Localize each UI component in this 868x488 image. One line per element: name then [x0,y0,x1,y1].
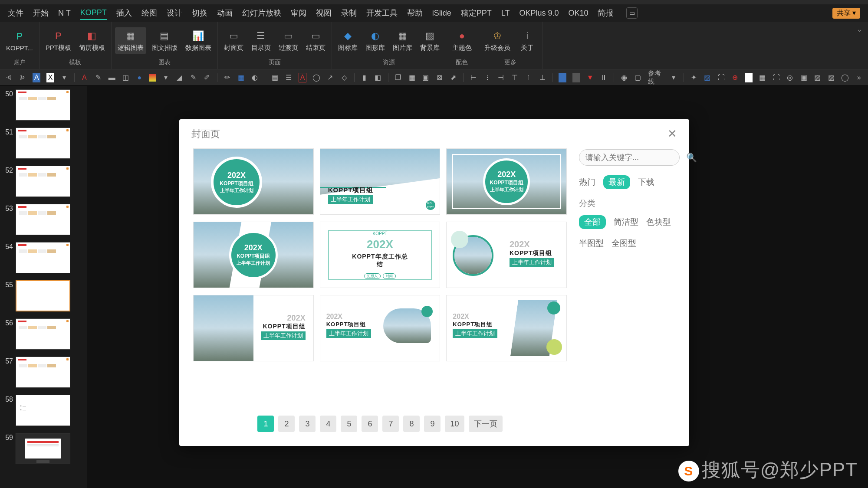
thumbnail-slide[interactable] [16,433,70,464]
align-r-icon[interactable]: ⊣ [497,73,505,82]
guideline-label[interactable]: 参考线 [648,69,664,86]
menu-lt[interactable]: LT [501,7,510,20]
fullscreen-icon[interactable]: ⛶ [773,73,780,82]
thumbnail-item[interactable]: 52 [4,166,82,197]
menu-islide[interactable]: iSlide [432,7,451,20]
menu-record[interactable]: 录制 [341,6,357,20]
help-icon[interactable]: ▭ [626,7,638,19]
template-card[interactable]: 202XKOPPT项目组上半年工作计划 [446,222,567,288]
template-card[interactable]: 202XKOPPT项目组上半年工作计划 [193,295,314,361]
chart-icon[interactable]: ▦ [237,73,245,82]
overflow-icon[interactable]: » [855,73,863,82]
menu-ok10[interactable]: OK10 [568,7,588,20]
pic-icon[interactable]: ▨ [704,73,711,82]
page-9[interactable]: 9 [424,416,441,432]
thumbnail-item[interactable]: 55 [4,280,82,311]
sort-new[interactable]: 最新 [603,175,630,189]
menu-view[interactable]: 视图 [316,6,332,20]
menu-gaoding[interactable]: 稿定PPT [461,6,492,20]
frame-icon[interactable]: ▣ [800,73,808,82]
crop-icon[interactable]: ◫ [122,73,130,82]
down-arrow-icon[interactable]: ▼ [586,73,594,82]
menu-animation[interactable]: 动画 [217,6,233,20]
page-6[interactable]: 6 [362,416,378,432]
thumbnail-item[interactable]: 50 [4,89,82,121]
thumbnail-slide[interactable] [16,280,70,311]
thumbnail-slide[interactable] [16,242,70,273]
menu-devtools[interactable]: 开发工具 [366,6,398,20]
polygon-icon[interactable]: ◇ [340,73,348,82]
eyedropper-icon[interactable]: ✎ [94,73,102,82]
refresh-icon[interactable]: ◯ [841,73,849,82]
menu-okplus[interactable]: OKPlus 9.0 [519,7,559,20]
delete-icon[interactable]: ⊠ [436,73,444,82]
thumbnail-item[interactable]: 57 [4,357,82,388]
grid-icon[interactable]: ▦ [759,73,766,82]
template-card[interactable]: 202XKOPPT项目组上半年工作计划 [446,148,567,215]
ribbon-简历模板[interactable]: ◧简历模板 [76,27,108,54]
thumbnail-slide[interactable] [16,318,70,350]
page-7[interactable]: 7 [382,416,399,432]
thumbnail-slide[interactable] [16,204,70,235]
record-icon[interactable]: ◉ [620,73,628,82]
ribbon-PPT模板[interactable]: PPPT模板 [43,27,74,54]
ribbon-过渡页[interactable]: ▭过渡页 [276,27,301,54]
ribbon-封面页[interactable]: ▭封面页 [221,27,246,54]
thumbnail-item[interactable]: 53 [4,204,82,235]
highlight-icon[interactable]: ▬ [108,73,116,82]
thumbnail-item[interactable]: 58▪ —▪ — [4,395,82,426]
page-10[interactable]: 10 [445,416,464,432]
menu-draw[interactable]: 绘图 [141,6,157,20]
align-l-icon[interactable]: ⊢ [470,73,477,82]
expand-icon[interactable]: ⛶ [717,73,725,82]
thumbnail-slide[interactable] [16,128,70,159]
ribbon-背景库[interactable]: ▨背景库 [418,27,442,54]
target-icon[interactable]: ◎ [786,73,794,82]
group-icon[interactable]: ◧ [374,73,382,82]
align-center-icon[interactable]: ⫸ [19,73,27,82]
brush-icon[interactable]: ◢ [175,73,183,82]
align-t-icon[interactable]: ⊤ [511,73,519,82]
menu-koppt[interactable]: KOPPT [80,7,107,20]
shape-circle-icon[interactable]: ◯ [312,73,320,82]
cat-full[interactable]: 全图型 [612,238,636,249]
ribbon-图文排版[interactable]: ▤图文排版 [149,27,180,54]
fill2-icon[interactable] [572,73,580,82]
text-box-icon[interactable]: A [299,73,306,82]
pen-icon[interactable]: ✎ [189,73,197,82]
ribbon-逻辑图表[interactable]: ▦逻辑图表 [115,27,146,54]
layer-icon[interactable]: ▮ [360,73,368,82]
search-input[interactable] [585,153,686,162]
square-icon[interactable]: ▢ [634,73,642,82]
thumbnail-slide[interactable]: ▪ —▪ — [16,395,70,426]
select-icon[interactable]: ⬈ [450,73,457,82]
cat-block[interactable]: 色块型 [646,216,671,228]
menu-file[interactable]: 文件 [8,6,23,20]
img2-icon[interactable]: ▨ [814,73,822,82]
thumbnail-item[interactable]: 56 [4,318,82,350]
menu-review[interactable]: 审阅 [291,6,306,20]
edit-icon[interactable]: ✐ [203,73,211,82]
lock-icon[interactable]: ⊕ [731,73,739,82]
pause-icon[interactable]: ⏸ [600,73,608,82]
template-card[interactable]: 202XKOPPT项目组上半年工作计划 [193,222,314,288]
circle-icon[interactable]: ● [135,73,143,82]
palette-icon[interactable] [149,74,156,82]
ribbon-升级会员[interactable]: ♔升级会员 [482,27,513,54]
white-sq-icon[interactable] [745,73,753,82]
menu-transition[interactable]: 切换 [192,6,207,20]
page-1[interactable]: 1 [257,416,274,432]
dropdown-icon[interactable]: ▾ [60,73,68,82]
cat-half[interactable]: 半图型 [579,238,604,249]
menu-brief[interactable]: 简报 [598,6,613,20]
thumbnail-slide[interactable] [16,357,70,388]
sort-hot[interactable]: 热门 [579,177,595,188]
ribbon-KOPPT...[interactable]: PKOPPT... [3,28,36,53]
ribbon-图片库[interactable]: ▦图片库 [390,27,415,54]
pencil-icon[interactable]: ✏ [223,73,231,82]
page-2[interactable]: 2 [278,416,295,432]
fill1-icon[interactable] [559,73,566,82]
menu-home[interactable]: 开始 [33,6,49,20]
cat-all[interactable]: 全部 [579,215,606,229]
template-card[interactable]: KOPPT项目组上半年工作计划K0PPT [320,148,441,215]
